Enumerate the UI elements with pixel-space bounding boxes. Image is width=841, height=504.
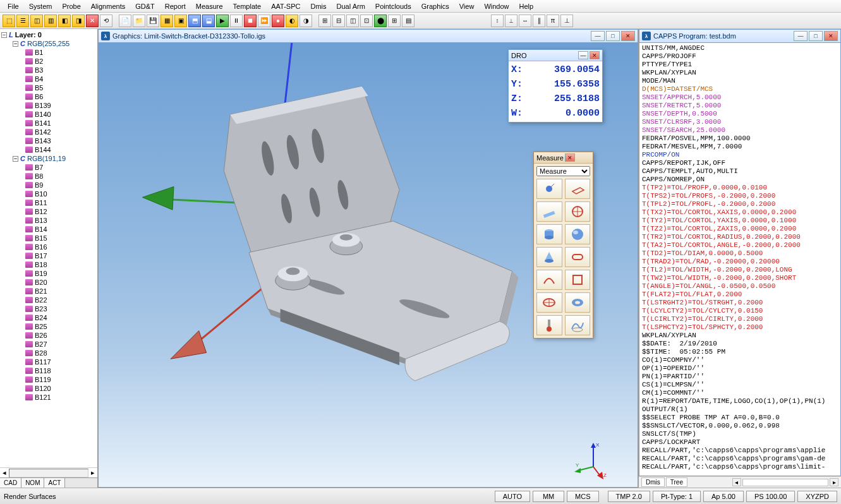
toolbar-btn[interactable]: ⟂ xyxy=(505,15,517,27)
measure-probe-icon[interactable] xyxy=(536,315,562,335)
maximize-button[interactable]: □ xyxy=(809,31,823,41)
maximize-button[interactable]: □ xyxy=(606,31,620,41)
measure-close[interactable]: ✕ xyxy=(565,153,575,162)
toolbar-btn[interactable]: ◑ xyxy=(299,15,312,27)
layer-item[interactable]: B21 xyxy=(1,287,96,296)
toolbar-btn[interactable]: 📄 xyxy=(119,15,131,27)
toolbar-btn[interactable]: ◧ xyxy=(58,15,71,27)
layer-item[interactable]: B26 xyxy=(1,331,96,340)
status-ap[interactable]: Ap 5.00 xyxy=(703,491,744,502)
menu-aatspc[interactable]: AAT-SPC xyxy=(266,1,305,11)
layer-item[interactable]: B13 xyxy=(1,216,96,225)
menu-alignments[interactable]: Alignments xyxy=(86,1,130,11)
layer-item[interactable]: B18 xyxy=(1,260,96,269)
layer-item[interactable]: B144 xyxy=(1,145,96,154)
dro-window[interactable]: DRO — ✕ X:369.0054 Y:155.6358 Z:255.8188… xyxy=(508,49,603,123)
toolbar-btn[interactable]: ◫ xyxy=(346,15,359,27)
toolbar-btn[interactable]: ▣ xyxy=(174,15,187,27)
layer-item[interactable]: B5 xyxy=(1,83,96,92)
menu-measure[interactable]: Measure xyxy=(191,1,228,11)
toolbar-btn[interactable]: ◐ xyxy=(286,15,298,27)
close-button[interactable]: ✕ xyxy=(621,31,635,41)
measure-cone-icon[interactable] xyxy=(536,247,562,267)
layer-item[interactable]: B118 xyxy=(1,366,96,375)
layer-item[interactable]: B4 xyxy=(1,75,96,83)
tab-nom[interactable]: NOM xyxy=(21,478,44,488)
menu-graphics[interactable]: Graphics xyxy=(416,1,454,11)
layer-item[interactable]: B10 xyxy=(1,189,96,198)
toolbar-btn[interactable]: ⏹ xyxy=(244,15,257,27)
toolbar-btn[interactable]: ◫ xyxy=(30,15,43,27)
measure-point-icon[interactable] xyxy=(536,179,562,199)
tree-group[interactable]: − C RGB(191,19 xyxy=(1,154,96,163)
toolbar-btn[interactable]: ⟲ xyxy=(100,15,112,27)
layer-item[interactable]: B6 xyxy=(1,92,96,101)
menu-dualarm[interactable]: Dual Arm xyxy=(332,1,370,11)
dro-titlebar[interactable]: DRO — ✕ xyxy=(509,50,602,61)
measure-circle-icon[interactable] xyxy=(565,201,591,222)
menu-dmis[interactable]: Dmis xyxy=(306,1,332,11)
toolbar-btn[interactable]: ∥ xyxy=(533,15,545,27)
layer-item[interactable]: B7 xyxy=(1,163,96,172)
measure-slot-icon[interactable] xyxy=(565,247,591,267)
layer-item[interactable]: B23 xyxy=(1,304,96,313)
toolbar-btn[interactable]: ⬤ xyxy=(374,15,387,27)
toolbar-btn[interactable]: ⏩ xyxy=(258,15,270,27)
toolbar-btn[interactable]: π xyxy=(547,15,559,27)
toolbar-btn[interactable]: ⏸ xyxy=(230,15,243,27)
layer-item[interactable]: B141 xyxy=(1,119,96,128)
layer-item[interactable]: B16 xyxy=(1,243,96,251)
toolbar-btn[interactable]: ⊟ xyxy=(332,15,345,27)
layer-item[interactable]: B8 xyxy=(1,172,96,181)
menu-probe[interactable]: Probe xyxy=(57,1,85,11)
menu-system[interactable]: System xyxy=(24,1,57,11)
status-xyzpd[interactable]: XYZPD xyxy=(797,491,837,502)
layer-item[interactable]: B3 xyxy=(1,66,96,75)
layer-item[interactable]: B19 xyxy=(1,269,96,278)
layer-item[interactable]: B143 xyxy=(1,136,96,145)
menu-view[interactable]: View xyxy=(454,1,480,11)
graphics-viewport[interactable]: X Y Z DRO — ✕ X:369.0054 Y:155.6358 Z:25… xyxy=(98,43,638,488)
measure-window[interactable]: Measure ✕ Measure xyxy=(533,152,593,339)
toolbar-btn[interactable]: ↔ xyxy=(519,15,531,27)
toolbar-btn[interactable]: ◨ xyxy=(72,15,85,27)
menu-file[interactable]: File xyxy=(3,1,24,11)
measure-sphere-icon[interactable] xyxy=(565,224,591,244)
tree-group[interactable]: − C RGB(255,255 xyxy=(1,39,96,48)
layer-item[interactable]: B139 xyxy=(1,101,96,110)
measure-torus-icon[interactable] xyxy=(565,292,591,313)
status-mcs[interactable]: MCS xyxy=(567,491,598,502)
measure-arc-icon[interactable] xyxy=(536,270,562,290)
toolbar-btn[interactable]: ⬚ xyxy=(3,15,15,27)
layer-item[interactable]: B14 xyxy=(1,225,96,234)
minimize-button[interactable]: — xyxy=(591,31,605,41)
measure-square-icon[interactable] xyxy=(565,270,591,290)
dro-close[interactable]: ✕ xyxy=(590,51,600,59)
measure-titlebar[interactable]: Measure ✕ xyxy=(534,152,593,164)
layer-item[interactable]: B12 xyxy=(1,207,96,216)
close-button[interactable]: ✕ xyxy=(824,31,838,41)
layer-item[interactable]: B142 xyxy=(1,128,96,136)
toolbar-btn[interactable]: ✕ xyxy=(86,15,99,27)
measure-select[interactable]: Measure xyxy=(536,166,590,176)
toolbar-btn[interactable]: ⊞ xyxy=(388,15,401,27)
layer-item[interactable]: B20 xyxy=(1,278,96,287)
measure-cylinder-icon[interactable] xyxy=(536,224,562,244)
toolbar-btn[interactable]: ▤ xyxy=(402,15,414,27)
layer-item[interactable]: B121 xyxy=(1,393,96,402)
toolbar-btn[interactable]: ☰ xyxy=(16,15,29,27)
layer-item[interactable]: B24 xyxy=(1,313,96,322)
status-ps[interactable]: PS 100.00 xyxy=(746,491,795,502)
menu-pointclouds[interactable]: Pointclouds xyxy=(370,1,416,11)
menu-gdt[interactable]: GD&T xyxy=(130,1,160,11)
toolbar-btn[interactable]: ⊞ xyxy=(318,15,331,27)
menu-window[interactable]: Window xyxy=(479,1,514,11)
layer-item[interactable]: B17 xyxy=(1,251,96,260)
measure-curve-icon[interactable] xyxy=(565,315,591,335)
tab-cad[interactable]: CAD xyxy=(0,478,21,488)
layer-item[interactable]: B15 xyxy=(1,234,96,243)
tab-act[interactable]: ACT xyxy=(44,478,65,488)
layer-item[interactable]: B28 xyxy=(1,349,96,357)
tab-tree[interactable]: Tree xyxy=(666,477,687,487)
tab-dmis[interactable]: Dmis xyxy=(641,477,665,487)
